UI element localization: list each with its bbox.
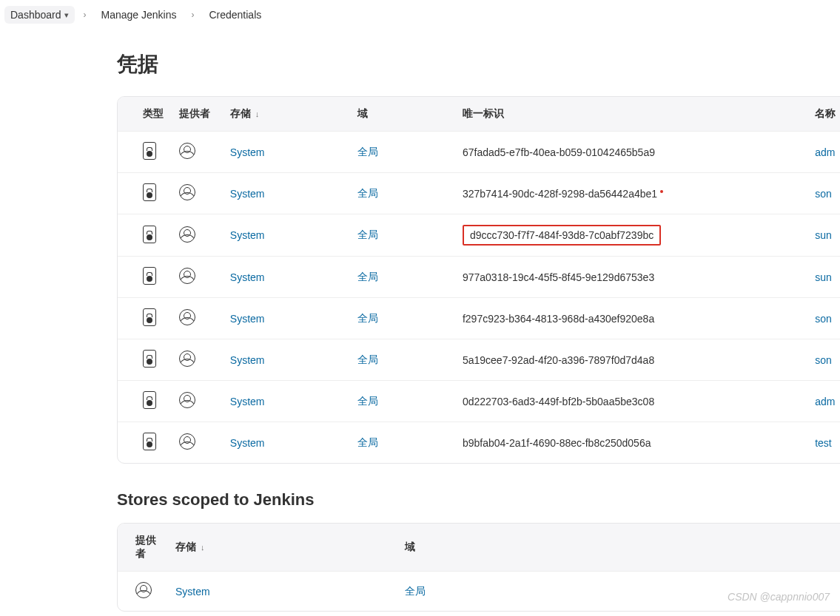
domain-link[interactable]: 全局 <box>357 229 378 240</box>
credential-id: 5a19cee7-92ad-4f20-a396-7897f0d7d4a8 <box>455 339 807 381</box>
credential-id: 327b7414-90dc-428f-9298-da56442a4be1 <box>455 173 807 214</box>
breadcrumb-label: Dashboard <box>10 9 61 21</box>
credentials-panel: 类型 提供者 存储 ↓ 域 唯一标识 名称 System全局67fadad5-e… <box>117 96 840 464</box>
col-header-domain[interactable]: 域 <box>350 97 455 132</box>
stores-panel: 提供者 存储 ↓ 域 System全局 <box>117 523 840 612</box>
credential-icon <box>143 183 156 201</box>
domain-link[interactable]: 全局 <box>357 436 378 448</box>
credential-name-link[interactable]: sun <box>815 271 832 283</box>
credential-id: f297c923-b364-4813-968d-a430ef920e8a <box>455 298 807 339</box>
col-header-id[interactable]: 唯一标识 <box>455 97 807 132</box>
highlight-annotation: d9ccc730-f7f7-484f-93d8-7c0abf7239bc <box>463 225 661 246</box>
table-row[interactable]: System全局b9bfab04-2a1f-4690-88ec-fb8c250d… <box>118 422 840 464</box>
jenkins-provider-icon <box>135 582 152 598</box>
jenkins-provider-icon <box>179 351 195 367</box>
credential-name-link[interactable]: adm <box>815 146 835 158</box>
store-link[interactable]: System <box>230 437 265 449</box>
col-header-domain[interactable]: 域 <box>397 524 840 572</box>
table-row[interactable]: System全局5a19cee7-92ad-4f20-a396-7897f0d7… <box>118 339 840 381</box>
credential-name-link[interactable]: adm <box>815 396 835 407</box>
table-row[interactable]: System全局67fadad5-e7fb-40ea-b059-01042465… <box>118 132 840 173</box>
domain-link[interactable]: 全局 <box>357 187 378 199</box>
credential-icon <box>143 226 156 243</box>
store-link[interactable]: System <box>230 396 265 407</box>
jenkins-provider-icon <box>179 143 195 159</box>
credential-name-link[interactable]: test <box>815 437 832 449</box>
breadcrumb: Dashboard ▾ › Manage Jenkins › Credentia… <box>0 0 840 30</box>
jenkins-provider-icon <box>179 268 195 284</box>
credential-id: d9ccc730-f7f7-484f-93d8-7c0abf7239bc <box>455 214 807 257</box>
annotation-dot <box>660 190 663 193</box>
breadcrumb-item-manage-jenkins[interactable]: Manage Jenkins <box>95 6 183 24</box>
col-header-store[interactable]: 存储 ↓ <box>223 97 350 132</box>
credential-name-link[interactable]: son <box>815 354 832 366</box>
stores-section-title: Stores scoped to Jenkins <box>117 490 840 510</box>
col-header-provider[interactable]: 提供者 <box>118 524 168 572</box>
domain-link[interactable]: 全局 <box>357 271 378 282</box>
breadcrumb-item-dashboard[interactable]: Dashboard ▾ <box>4 6 75 24</box>
credential-name-link[interactable]: son <box>815 313 832 325</box>
domain-link[interactable]: 全局 <box>405 585 426 597</box>
jenkins-provider-icon <box>179 392 195 408</box>
table-header-row: 类型 提供者 存储 ↓ 域 唯一标识 名称 <box>118 97 840 132</box>
table-row[interactable]: System全局f297c923-b364-4813-968d-a430ef92… <box>118 298 840 339</box>
credential-id: b9bfab04-2a1f-4690-88ec-fb8c250d056a <box>455 422 807 464</box>
table-row[interactable]: System全局d9ccc730-f7f7-484f-93d8-7c0abf72… <box>118 214 840 257</box>
credential-id: 67fadad5-e7fb-40ea-b059-01042465b5a9 <box>455 132 807 173</box>
domain-link[interactable]: 全局 <box>357 312 378 324</box>
chevron-right-icon: › <box>82 10 88 20</box>
jenkins-provider-icon <box>179 433 195 450</box>
store-link[interactable]: System <box>175 586 210 598</box>
breadcrumb-label: Manage Jenkins <box>101 9 177 21</box>
credential-icon <box>143 433 156 450</box>
col-header-store[interactable]: 存储 ↓ <box>168 524 397 572</box>
table-row[interactable]: System全局977a0318-19c4-45f5-8f45-9e129d67… <box>118 257 840 298</box>
store-link[interactable]: System <box>230 271 265 283</box>
breadcrumb-item-credentials[interactable]: Credentials <box>203 6 267 24</box>
store-link[interactable]: System <box>230 313 265 325</box>
store-link[interactable]: System <box>230 188 265 200</box>
credentials-table: 类型 提供者 存储 ↓ 域 唯一标识 名称 System全局67fadad5-e… <box>118 97 840 463</box>
chevron-right-icon: › <box>189 10 195 20</box>
page-title: 凭据 <box>117 50 840 78</box>
col-header-provider[interactable]: 提供者 <box>172 97 223 132</box>
sort-down-icon: ↓ <box>255 109 260 118</box>
stores-table: 提供者 存储 ↓ 域 System全局 <box>118 524 840 611</box>
table-row[interactable]: System全局0d222703-6ad3-449f-bf2b-5b0aa5be… <box>118 381 840 422</box>
col-header-name[interactable]: 名称 <box>807 97 840 132</box>
store-link[interactable]: System <box>230 229 265 241</box>
credential-id: 977a0318-19c4-45f5-8f45-9e129d6753e3 <box>455 257 807 298</box>
credential-icon <box>143 308 156 326</box>
credential-id: 0d222703-6ad3-449f-bf2b-5b0aa5be3c08 <box>455 381 807 422</box>
store-link[interactable]: System <box>230 354 265 366</box>
domain-link[interactable]: 全局 <box>357 395 378 407</box>
credential-icon <box>143 391 156 409</box>
credential-icon <box>143 267 156 285</box>
table-row[interactable]: System全局327b7414-90dc-428f-9298-da56442a… <box>118 173 840 214</box>
jenkins-provider-icon <box>179 309 195 325</box>
credential-name-link[interactable]: son <box>815 188 832 200</box>
credential-icon <box>143 142 156 160</box>
jenkins-provider-icon <box>179 184 195 200</box>
credential-name-link[interactable]: sun <box>815 229 832 241</box>
store-link[interactable]: System <box>230 146 265 158</box>
credential-icon <box>143 350 156 368</box>
table-header-row: 提供者 存储 ↓ 域 <box>118 524 840 572</box>
jenkins-provider-icon <box>179 226 195 243</box>
domain-link[interactable]: 全局 <box>357 353 378 365</box>
breadcrumb-label: Credentials <box>209 9 261 21</box>
table-row[interactable]: System全局 <box>118 572 840 612</box>
domain-link[interactable]: 全局 <box>357 146 378 158</box>
col-header-type[interactable]: 类型 <box>118 97 172 132</box>
sort-down-icon: ↓ <box>201 543 205 552</box>
chevron-down-icon: ▾ <box>64 10 69 20</box>
